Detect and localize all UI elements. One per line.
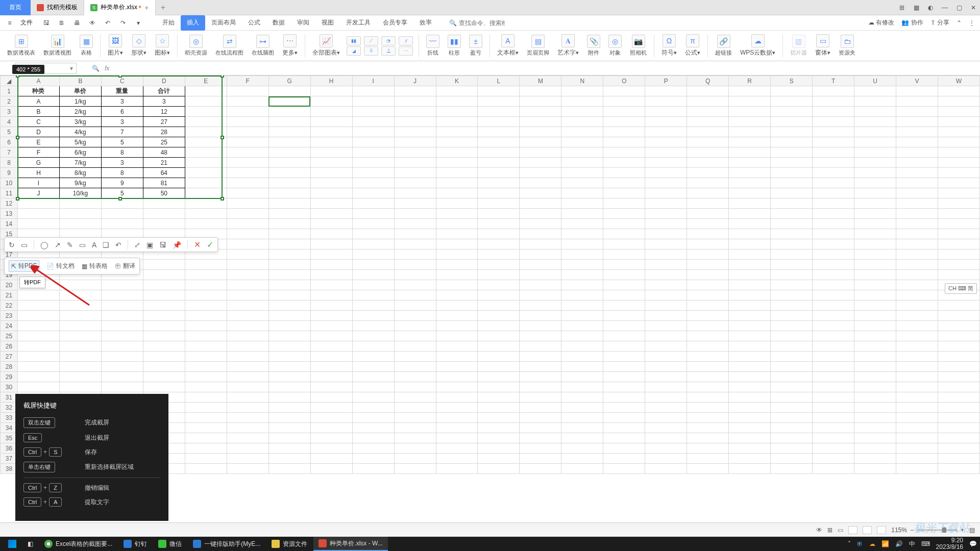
cell-F37[interactable]: [227, 454, 268, 464]
cell-R6[interactable]: [729, 137, 771, 147]
cell-N24[interactable]: [561, 321, 603, 331]
cell-F11[interactable]: [227, 188, 268, 198]
rg-clouddata[interactable]: ☁WPS云数据▾: [737, 34, 778, 57]
chart-line-icon[interactable]: ／: [364, 36, 378, 45]
cell-I27[interactable]: [352, 352, 394, 362]
cell-P11[interactable]: [645, 188, 687, 198]
cell-G18[interactable]: [268, 260, 310, 270]
cell-V36[interactable]: [896, 443, 938, 454]
tab-workbook[interactable]: S 种类单价.xlsx • +: [84, 0, 156, 15]
cell-V15[interactable]: [896, 229, 938, 239]
cell-J25[interactable]: [394, 331, 436, 341]
cell-M38[interactable]: [520, 464, 561, 474]
cell-S17[interactable]: [771, 249, 813, 260]
cell-L30[interactable]: [478, 382, 520, 392]
cell-G1[interactable]: [268, 86, 310, 96]
cell-C26[interactable]: [101, 341, 143, 352]
row-header-1[interactable]: 1: [1, 86, 18, 96]
cell-U12[interactable]: [854, 198, 896, 209]
view-page-icon[interactable]: [863, 526, 872, 534]
cell-N25[interactable]: [561, 331, 603, 341]
cell-H18[interactable]: [310, 260, 352, 270]
cell-K9[interactable]: [436, 168, 478, 178]
cell-C25[interactable]: [101, 331, 143, 341]
cell-U35[interactable]: [854, 433, 896, 443]
cell-H13[interactable]: [310, 209, 352, 219]
cell-R9[interactable]: [729, 168, 771, 178]
cell-F18[interactable]: [227, 260, 268, 270]
shot-confirm-icon[interactable]: ✓: [207, 240, 213, 249]
cell-F19[interactable]: [227, 270, 268, 280]
cell-M24[interactable]: [520, 321, 561, 331]
cell-M11[interactable]: [520, 188, 561, 198]
cell-D8[interactable]: 21: [143, 158, 185, 168]
task-dingtalk[interactable]: 钉钉: [118, 537, 152, 551]
cell-N30[interactable]: [561, 382, 603, 392]
cell-R32[interactable]: [729, 403, 771, 413]
cell-I21[interactable]: [352, 290, 394, 300]
view-normal-icon[interactable]: [848, 526, 857, 534]
cell-R4[interactable]: [729, 117, 771, 127]
cell-S12[interactable]: [771, 198, 813, 209]
cell-R36[interactable]: [729, 443, 771, 454]
cell-Q23[interactable]: [687, 311, 729, 321]
cell-C23[interactable]: [101, 311, 143, 321]
cell-I20[interactable]: [352, 280, 394, 290]
start-button[interactable]: [3, 537, 21, 551]
cell-P31[interactable]: [645, 392, 687, 403]
skin-icon[interactable]: ◐: [926, 4, 935, 11]
cell-S34[interactable]: [771, 423, 813, 433]
cell-L25[interactable]: [478, 331, 520, 341]
more-icon[interactable]: ⋮: [969, 19, 975, 27]
cell-V7[interactable]: [896, 147, 938, 158]
cell-J31[interactable]: [394, 392, 436, 403]
cell-K11[interactable]: [436, 188, 478, 198]
cell-J17[interactable]: [394, 249, 436, 260]
cell-V37[interactable]: [896, 454, 938, 464]
cell-O31[interactable]: [603, 392, 645, 403]
cell-R5[interactable]: [729, 127, 771, 137]
cell-N11[interactable]: [561, 188, 603, 198]
cell-O6[interactable]: [603, 137, 645, 147]
cell-R19[interactable]: [729, 270, 771, 280]
cell-K32[interactable]: [436, 403, 478, 413]
cell-G36[interactable]: [268, 443, 310, 454]
cell-G29[interactable]: [268, 372, 310, 382]
cell-H38[interactable]: [310, 464, 352, 474]
cell-F12[interactable]: [227, 198, 268, 209]
cell-O10[interactable]: [603, 178, 645, 188]
cell-S8[interactable]: [771, 158, 813, 168]
chart-bar-icon[interactable]: ▮▮: [347, 36, 361, 45]
cell-K27[interactable]: [436, 352, 478, 362]
cell-J7[interactable]: [394, 147, 436, 158]
cell-P17[interactable]: [645, 249, 687, 260]
cell-G6[interactable]: [268, 137, 310, 147]
cell-P30[interactable]: [645, 382, 687, 392]
cell-I7[interactable]: [352, 147, 394, 158]
cell-K18[interactable]: [436, 260, 478, 270]
cell-Q22[interactable]: [687, 300, 729, 311]
cell-K15[interactable]: [436, 229, 478, 239]
cell-G28[interactable]: [268, 362, 310, 372]
cell-G8[interactable]: [268, 158, 310, 168]
row-header-4[interactable]: 4: [1, 117, 18, 127]
cell-C14[interactable]: [101, 219, 143, 229]
cell-T14[interactable]: [813, 219, 854, 229]
cell-R13[interactable]: [729, 209, 771, 219]
tray-security-icon[interactable]: ⛨: [857, 540, 863, 547]
cell-V17[interactable]: [896, 249, 938, 260]
cell-Q28[interactable]: [687, 362, 729, 372]
cell-T15[interactable]: [813, 229, 854, 239]
rg-spark-col[interactable]: ▮▮柱形: [445, 35, 464, 57]
cell-W17[interactable]: [938, 249, 979, 260]
cell-N13[interactable]: [561, 209, 603, 219]
cell-U28[interactable]: [854, 362, 896, 372]
cell-O37[interactable]: [603, 454, 645, 464]
cell-F38[interactable]: [227, 464, 268, 474]
cell-L33[interactable]: [478, 413, 520, 423]
cell-B11[interactable]: 10/kg: [59, 188, 101, 198]
col-header-S[interactable]: S: [771, 76, 813, 86]
cell-P15[interactable]: [645, 229, 687, 239]
cell-I28[interactable]: [352, 362, 394, 372]
cell-B25[interactable]: [59, 331, 101, 341]
